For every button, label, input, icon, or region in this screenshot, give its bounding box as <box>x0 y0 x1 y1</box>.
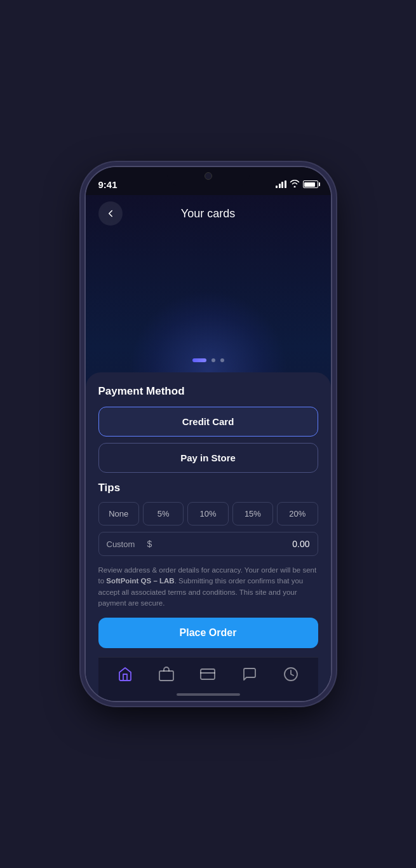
svg-rect-1 <box>201 669 215 679</box>
tips-section: Tips None 5% 10% 15% 20% Custom $ <box>98 482 318 565</box>
bottom-sheet: Payment Method Credit Card Pay in Store … <box>86 372 331 701</box>
tip-5[interactable]: 5% <box>143 502 184 526</box>
custom-label: Custom <box>107 539 140 549</box>
tip-10[interactable]: 10% <box>187 502 228 526</box>
custom-tip-row: Custom $ <box>98 532 318 556</box>
status-icons <box>276 180 318 189</box>
credit-card-option[interactable]: Credit Card <box>98 407 318 437</box>
nav-bag[interactable] <box>150 664 183 684</box>
currency-symbol: $ <box>147 539 152 549</box>
pay-in-store-option[interactable]: Pay in Store <box>98 443 318 473</box>
notch <box>167 167 250 186</box>
place-order-button[interactable]: Place Order <box>98 618 318 648</box>
dot-2[interactable] <box>211 358 215 362</box>
custom-tip-input[interactable] <box>157 539 309 549</box>
nav-home[interactable] <box>109 664 142 684</box>
home-bar <box>177 693 240 696</box>
bottom-nav <box>98 657 318 688</box>
tip-20[interactable]: 20% <box>277 502 318 526</box>
nav-clock[interactable] <box>274 664 307 684</box>
phone-outer: 9:41 <box>0 0 416 868</box>
bag-icon <box>159 667 174 682</box>
clock-icon <box>283 667 299 682</box>
tips-buttons: None 5% 10% 15% 20% <box>98 502 318 526</box>
dot-3[interactable] <box>220 358 224 362</box>
screen: Your cards Payment Method Credit Card Pa… <box>86 195 331 701</box>
status-bar: 9:41 <box>86 167 331 195</box>
signal-icon <box>276 180 286 188</box>
home-icon <box>117 667 133 682</box>
battery-icon <box>303 180 318 188</box>
dot-1[interactable] <box>192 358 206 362</box>
disclaimer: Review address & order details for accur… <box>98 565 318 609</box>
top-nav: Your cards <box>86 195 331 232</box>
nav-chat[interactable] <box>233 664 266 684</box>
nav-card[interactable] <box>191 664 224 684</box>
wifi-icon <box>290 180 300 189</box>
tip-15[interactable]: 15% <box>232 502 273 526</box>
chat-icon <box>242 667 257 682</box>
card-icon <box>200 667 215 682</box>
camera <box>205 172 212 180</box>
carousel-dots <box>86 358 331 372</box>
card-carousel <box>86 232 331 358</box>
home-indicator <box>98 688 318 701</box>
status-time: 9:41 <box>98 179 117 190</box>
page-title: Your cards <box>123 207 294 220</box>
phone-frame: 9:41 <box>84 166 332 702</box>
payment-method-title: Payment Method <box>98 385 318 398</box>
tip-none[interactable]: None <box>98 502 139 526</box>
tips-title: Tips <box>98 482 318 494</box>
brand-name: SoftPoint QS – LAB <box>106 577 174 585</box>
svg-rect-0 <box>159 671 173 681</box>
back-button[interactable] <box>98 201 123 226</box>
